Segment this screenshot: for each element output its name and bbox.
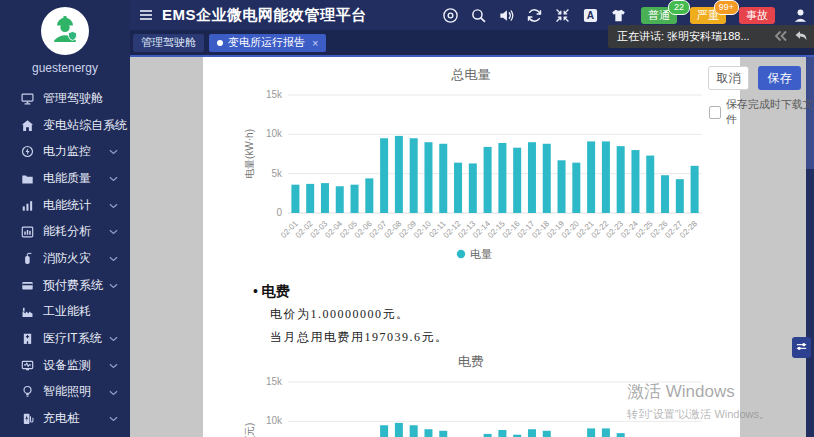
sidebar-item[interactable]: 电能统计: [0, 192, 130, 219]
bar: [558, 160, 566, 213]
bar: [646, 156, 654, 213]
bar: [395, 136, 403, 213]
sidebar-item[interactable]: 充电桩: [0, 405, 130, 432]
bar: [306, 184, 314, 213]
sidebar: guestenergy 管理驾驶舱变电站综自系统电力监控电能质量电能统计能耗分析…: [0, 0, 130, 437]
report-actions: 取消 保存: [708, 66, 801, 90]
bullet: •: [253, 284, 258, 299]
svg-text:总电量: 总电量: [451, 67, 491, 82]
chevron-down-icon: [109, 283, 118, 289]
report-settings-button[interactable]: [792, 337, 811, 358]
bar: [410, 138, 418, 213]
menu-toggle-icon[interactable]: [138, 7, 154, 23]
fee-section-heading: • 电费: [253, 283, 289, 301]
svg-text:10k: 10k: [266, 415, 283, 426]
tab-active[interactable]: 变电所运行报告×: [209, 34, 326, 52]
save-button[interactable]: 保存: [758, 66, 801, 90]
bar: [587, 141, 595, 213]
volume-icon[interactable]: [498, 7, 515, 24]
sidebar-item[interactable]: 智能照明: [0, 379, 130, 406]
sidebar-item-label: 管理驾驶舱: [43, 90, 103, 107]
username: guestenergy: [0, 61, 130, 75]
compress-icon[interactable]: [554, 7, 571, 24]
double-left-arrow-icon[interactable]: [774, 30, 788, 42]
sidebar-menu: 管理驾驶舱变电站综自系统电力监控电能质量电能统计能耗分析消防火灾预付费系统工业能…: [0, 85, 130, 432]
sidebar-item[interactable]: 管理驾驶舱: [0, 85, 130, 112]
bar: [528, 142, 536, 213]
svg-text:02-28: 02-28: [678, 219, 699, 240]
bar: [424, 142, 432, 213]
bar: [631, 150, 639, 213]
device-monitor-icon: [21, 359, 34, 372]
sidebar-item[interactable]: 工业能耗: [0, 299, 130, 326]
svg-text:15k: 15k: [266, 376, 283, 387]
bar: [617, 433, 625, 437]
chevron-down-icon: [109, 390, 118, 396]
bar: [513, 148, 521, 213]
sidebar-item[interactable]: 预付费系统: [0, 272, 130, 299]
bar: [321, 183, 329, 213]
search-icon[interactable]: [470, 7, 487, 24]
chart-svg: 总电量05k10k15k电量(kW·h)02-0102-0202-0302-04…: [235, 61, 735, 266]
sidebar-item[interactable]: 电能质量: [0, 165, 130, 192]
intercom-icon[interactable]: [442, 7, 459, 24]
sidebar-item-label: 消防火灾: [43, 250, 91, 267]
bar: [602, 141, 610, 213]
translate-icon[interactable]: A: [582, 7, 599, 24]
tab[interactable]: 管理驾驶舱: [133, 34, 204, 52]
bar: [484, 147, 492, 213]
prepaid-icon: [21, 279, 34, 292]
electricity-fee-chart: 电费05k10k15k电费(元)02-0102-0202-0302-0402-0…: [235, 348, 735, 437]
sidebar-item-label: 充电桩: [43, 410, 79, 427]
bar: [410, 425, 418, 437]
bar: [365, 178, 373, 213]
tab-close-icon[interactable]: ×: [312, 37, 318, 49]
chevron-down-icon: [109, 176, 118, 182]
bar: [454, 163, 462, 213]
sidebar-item[interactable]: 电力监控: [0, 138, 130, 165]
alarm-button[interactable]: 严重99+: [690, 7, 726, 24]
chevron-down-icon: [109, 123, 118, 129]
refresh-icon[interactable]: [526, 7, 543, 24]
energy-analysis-icon: [21, 225, 34, 238]
medical-icon: [21, 332, 34, 345]
download-option-row: 保存完成时下载文件: [709, 97, 814, 127]
bar: [395, 423, 403, 437]
svg-text:电费(元): 电费(元): [244, 423, 255, 437]
sidebar-item[interactable]: 设备监测: [0, 352, 130, 379]
bar: [439, 431, 447, 437]
statistics-icon: [21, 199, 34, 212]
bar: [572, 163, 580, 213]
reply-arrow-icon[interactable]: [794, 30, 808, 42]
home-icon: [21, 119, 34, 132]
svg-text:10k: 10k: [266, 128, 283, 139]
sidebar-item-label: 工业能耗: [43, 303, 91, 320]
svg-text:15k: 15k: [266, 89, 283, 100]
svg-text:A: A: [587, 9, 595, 20]
user-icon[interactable]: [792, 7, 809, 24]
legend-dot[interactable]: [457, 250, 465, 258]
sidebar-item[interactable]: 能耗分析: [0, 218, 130, 245]
bar: [602, 428, 610, 437]
sidebar-item[interactable]: 医疗IT系统: [0, 325, 130, 352]
sidebar-item-label: 预付费系统: [43, 277, 103, 294]
fee-total-text: 当月总用电费用197039.6元。: [270, 329, 449, 346]
lighting-icon: [21, 385, 34, 398]
alarm-buttons: 普通22严重99+事故: [641, 7, 775, 24]
chevron-down-icon: [109, 229, 118, 235]
alarm-button[interactable]: 事故: [739, 7, 775, 24]
sidebar-item-label: 电力监控: [43, 143, 91, 160]
bar: [336, 186, 344, 213]
sidebar-item-label: 设备监测: [43, 357, 91, 374]
sidebar-item-label: 智能照明: [43, 383, 91, 400]
sidebar-item[interactable]: 消防火灾: [0, 245, 130, 272]
sidebar-item[interactable]: 变电站综自系统: [0, 112, 130, 139]
avatar[interactable]: [41, 7, 89, 55]
bar: [498, 143, 506, 213]
theme-icon[interactable]: [610, 7, 627, 24]
bar: [617, 146, 625, 213]
alarm-button[interactable]: 普通22: [641, 7, 677, 24]
download-checkbox[interactable]: [709, 106, 721, 119]
cancel-button[interactable]: 取消: [708, 66, 749, 90]
bar: [676, 179, 684, 213]
